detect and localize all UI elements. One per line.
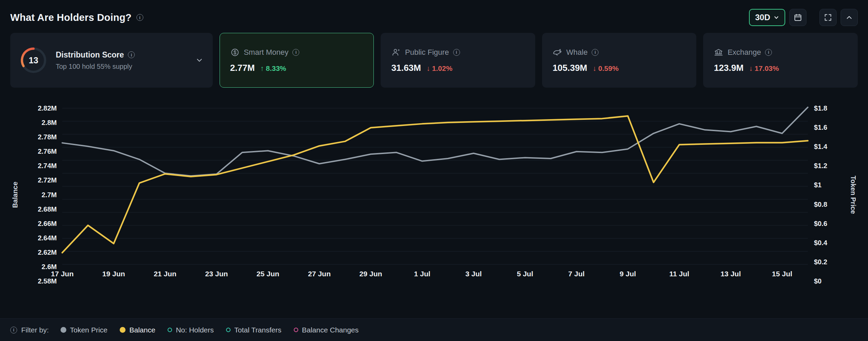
info-icon[interactable]	[136, 14, 143, 21]
filter-label-group: Filter by:	[10, 326, 49, 334]
y-tick-label-right: $1.2	[814, 162, 827, 170]
info-icon[interactable]	[128, 51, 135, 58]
y-tick-label-right: $1	[814, 181, 821, 189]
y-axis-left-ticks: 2.82M2.8M2.78M2.76M2.74M2.72M2.7M2.68M2.…	[21, 108, 57, 281]
y-tick-label-right: $0.6	[814, 219, 827, 227]
chevron-up-icon	[845, 13, 853, 22]
legend-label: Balance	[129, 326, 155, 334]
legend-item-token-price[interactable]: Token Price	[61, 326, 108, 334]
card-exchange[interactable]: Exchange 123.9M ↓ 17.03%	[703, 33, 858, 88]
x-axis-ticks: 17 Jun19 Jun21 Jun23 Jun25 Jun27 Jun29 J…	[62, 264, 808, 281]
plot-area[interactable]	[62, 108, 808, 264]
distribution-subtitle: Top 100 hold 55% supply	[56, 63, 187, 71]
x-tick-label: 11 Jul	[669, 270, 689, 278]
stat-change: ↓ 1.02%	[426, 64, 452, 73]
x-tick-label: 27 Jun	[308, 270, 331, 278]
distribution-title: Distribution Score	[56, 50, 124, 60]
info-icon[interactable]	[765, 49, 772, 56]
y-tick-label-left: 2.64M	[38, 234, 57, 242]
stat-label: Whale	[566, 48, 588, 57]
y-tick-label-left: 2.78M	[38, 133, 57, 141]
stat-label: Smart Money	[244, 48, 289, 57]
fullscreen-icon	[824, 13, 832, 22]
left-axis-title: Balance	[11, 181, 19, 208]
stat-value: 123.9M	[714, 63, 744, 73]
filter-label: Filter by:	[21, 326, 49, 334]
y-tick-label-left: 2.68M	[38, 205, 57, 213]
x-tick-label: 23 Jun	[205, 270, 228, 278]
x-tick-label: 29 Jun	[359, 270, 382, 278]
legend-label: No: Holders	[176, 326, 214, 334]
plot-svg	[62, 108, 808, 264]
timeframe-value: 30D	[755, 13, 770, 22]
y-axis-right-ticks: $1.8$1.6$1.4$1.2$1$0.8$0.6$0.4$0.2$0	[814, 108, 847, 281]
y-tick-label-right: $1.8	[814, 104, 827, 112]
y-tick-label-left: 2.76M	[38, 148, 57, 155]
stat-label: Public Figure	[405, 48, 449, 57]
y-tick-label-right: $0.8	[814, 200, 827, 208]
y-tick-label-left: 2.82M	[38, 104, 57, 112]
fullscreen-button[interactable]	[819, 9, 837, 26]
x-tick-label: 13 Jul	[721, 270, 741, 278]
stat-label: Exchange	[727, 48, 761, 57]
info-icon[interactable]	[453, 49, 460, 56]
y-tick-label-right: $0.2	[814, 258, 827, 266]
info-icon[interactable]	[292, 49, 299, 56]
stat-value: 31.63M	[391, 63, 421, 73]
distribution-text: Distribution Score Top 100 hold 55% supp…	[56, 50, 187, 71]
header-controls: 30D	[749, 9, 858, 26]
y-tick-label-left: 2.74M	[38, 162, 57, 170]
distribution-score-value: 13	[19, 46, 48, 74]
card-smart-money[interactable]: Smart Money 2.77M ↑ 8.33%	[220, 33, 374, 88]
filter-bar: Filter by: Token PriceBalanceNo: Holders…	[0, 318, 868, 341]
x-tick-label: 19 Jun	[102, 270, 125, 278]
coin-dollar-icon	[230, 48, 240, 57]
y-tick-label-left: 2.58M	[38, 277, 57, 285]
timeframe-select[interactable]: 30D	[749, 9, 785, 26]
legend-dot	[226, 328, 231, 332]
page-title: What Are Holders Doing?	[10, 12, 132, 23]
legend-item-total-transfers[interactable]: Total Transfers	[226, 326, 281, 334]
stat-change: ↓ 0.59%	[593, 64, 619, 73]
x-tick-label: 9 Jul	[620, 270, 636, 278]
info-icon[interactable]	[592, 49, 599, 56]
stat-change: ↓ 17.03%	[749, 64, 779, 73]
card-public-figure[interactable]: Public Figure 31.63M ↓ 1.02%	[381, 33, 535, 88]
calendar-button[interactable]	[789, 9, 806, 26]
whale-icon	[553, 48, 562, 57]
y-tick-label-left: 2.72M	[38, 176, 57, 184]
x-tick-label: 7 Jul	[568, 270, 585, 278]
legend-dot	[61, 327, 66, 333]
y-tick-label-left: 2.66M	[38, 219, 57, 227]
x-tick-label: 17 Jun	[51, 270, 74, 278]
left-axis-title-col: Balance	[9, 108, 21, 281]
stat-value: 105.39M	[553, 63, 587, 73]
x-tick-label: 1 Jul	[414, 270, 430, 278]
chevron-down-icon[interactable]	[195, 56, 203, 64]
chart-section: Balance 2.82M2.8M2.78M2.76M2.74M2.72M2.7…	[0, 108, 868, 281]
card-whale[interactable]: Whale 105.39M ↓ 0.59%	[542, 33, 697, 88]
y-tick-label-right: $1.6	[814, 124, 827, 131]
right-axis-title-col: Token Price	[847, 108, 859, 281]
legend-dot	[120, 327, 126, 333]
legend-dot	[168, 328, 172, 332]
series-line-token-price	[62, 107, 808, 176]
bank-icon	[714, 48, 723, 57]
legend-item-balance[interactable]: Balance	[120, 326, 155, 334]
card-distribution-score[interactable]: 13 Distribution Score Top 100 hold 55% s…	[10, 33, 213, 88]
x-tick-label: 25 Jun	[257, 270, 279, 278]
legend-label: Token Price	[70, 326, 108, 334]
info-icon[interactable]	[10, 327, 17, 333]
collapse-button[interactable]	[841, 9, 858, 26]
plot-column: 17 Jun19 Jun21 Jun23 Jun25 Jun27 Jun29 J…	[62, 108, 808, 281]
distribution-gauge: 13	[19, 46, 48, 74]
x-tick-label: 5 Jul	[517, 270, 533, 278]
legend: Token PriceBalanceNo: HoldersTotal Trans…	[61, 326, 359, 334]
legend-dot	[294, 328, 298, 332]
y-tick-label-right: $0.4	[814, 239, 827, 247]
legend-item-no-holders[interactable]: No: Holders	[168, 326, 214, 334]
header: What Are Holders Doing? 30D	[0, 0, 868, 30]
series-line-balance	[62, 116, 808, 253]
x-tick-label: 15 Jul	[772, 270, 792, 278]
legend-item-balance-changes[interactable]: Balance Changes	[294, 326, 359, 334]
